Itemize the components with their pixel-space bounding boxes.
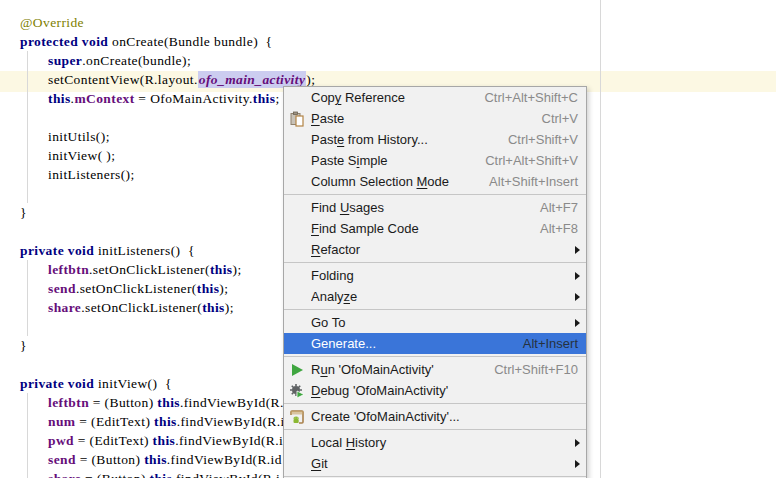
- menu-item-refactor[interactable]: Refactor: [284, 239, 586, 260]
- menu-item-label: Find Sample Code: [311, 221, 526, 236]
- code-token: initView( );: [48, 148, 115, 163]
- paste-icon: [289, 111, 305, 127]
- menu-item-label: Local History: [311, 435, 567, 450]
- code-token: this: [202, 300, 225, 315]
- menu-item-shortcut: Alt+F8: [540, 221, 580, 236]
- code-token: .setOnClickListener(: [76, 281, 197, 296]
- menu-item-label: Paste from History...: [311, 132, 494, 147]
- code-line[interactable]: initUtils();: [48, 127, 110, 146]
- code-token: this: [210, 262, 233, 277]
- menu-item-shortcut: Ctrl+Alt+Shift+V: [485, 153, 580, 168]
- menu-item-label: Column Selection Mode: [311, 174, 475, 189]
- submenu-arrow-icon: [575, 293, 580, 301]
- no-icon: [289, 268, 305, 284]
- menu-item-generate[interactable]: Generate...Alt+Insert: [284, 333, 586, 354]
- menu-item-shortcut: Ctrl+Shift+V: [508, 132, 580, 147]
- code-token: num: [48, 414, 75, 429]
- menu-item-paste-from-history[interactable]: Paste from History...Ctrl+Shift+V: [284, 129, 586, 150]
- code-token: super: [48, 53, 82, 68]
- menu-item-label: Copy Reference: [311, 90, 470, 105]
- code-token: );: [306, 72, 315, 87]
- code-line[interactable]: pwd = (EditText) this.findViewById(R.i: [48, 431, 283, 450]
- no-icon: [289, 90, 305, 106]
- code-token: .setOnClickListener(: [81, 300, 202, 315]
- code-token: initListeners() {: [94, 243, 195, 258]
- code-line[interactable]: send = (Button) this.findViewById(R.id: [48, 450, 282, 469]
- no-icon: [289, 132, 305, 148]
- submenu-arrow-icon: [575, 439, 580, 447]
- menu-separator: [284, 356, 586, 357]
- code-token: initListeners();: [48, 167, 135, 182]
- menu-separator: [284, 403, 586, 404]
- code-token: protected void: [20, 34, 108, 49]
- code-token: );: [233, 262, 242, 277]
- code-token: = (Button): [89, 395, 157, 410]
- code-token: leftbtn: [48, 395, 89, 410]
- menu-item-label: Paste: [311, 111, 528, 126]
- no-icon: [289, 289, 305, 305]
- code-line[interactable]: leftbtn.setOnClickListener(this);: [48, 260, 242, 279]
- code-line[interactable]: }: [20, 336, 27, 355]
- menu-item-shortcut: Alt+Insert: [523, 336, 580, 351]
- no-icon: [289, 315, 305, 331]
- submenu-arrow-icon: [575, 272, 580, 280]
- code-token: .onCreate(bundle);: [82, 53, 191, 68]
- code-line[interactable]: protected void onCreate(Bundle bundle) {: [20, 32, 272, 51]
- code-line[interactable]: initListeners();: [48, 165, 135, 184]
- menu-item-paste[interactable]: PasteCtrl+V: [284, 108, 586, 129]
- create-icon: [289, 409, 305, 425]
- menu-item-go-to[interactable]: Go To: [284, 312, 586, 333]
- code-line[interactable]: this.mContext = OfoMainActivity.this;: [48, 89, 280, 108]
- menu-item-label: Debug 'OfoMainActivity': [311, 383, 580, 398]
- menu-item-shortcut: Alt+Shift+Insert: [489, 174, 580, 189]
- no-icon: [289, 153, 305, 169]
- menu-item-column-selection-mode[interactable]: Column Selection ModeAlt+Shift+Insert: [284, 171, 586, 192]
- menu-item-git[interactable]: Git: [284, 453, 586, 474]
- code-line[interactable]: setContentView(R.layout.ofo_main_activit…: [48, 70, 315, 89]
- menu-item-analyze[interactable]: Analyze: [284, 286, 586, 307]
- code-line[interactable]: share.setOnClickListener(this);: [48, 298, 234, 317]
- no-icon: [289, 456, 305, 472]
- code-token: this: [153, 433, 176, 448]
- menu-item-paste-simple[interactable]: Paste SimpleCtrl+Alt+Shift+V: [284, 150, 586, 171]
- menu-item-find-usages[interactable]: Find UsagesAlt+F7: [284, 197, 586, 218]
- code-line[interactable]: send.setOnClickListener(this);: [48, 279, 228, 298]
- code-line[interactable]: private void initListeners() {: [20, 241, 195, 260]
- menu-item-create-ofomainactivity[interactable]: Create 'OfoMainActivity'...: [284, 406, 586, 427]
- code-token: mContext: [74, 91, 134, 106]
- code-line[interactable]: @Override: [20, 13, 84, 32]
- menu-item-copy-reference[interactable]: Copy ReferenceCtrl+Alt+Shift+C: [284, 87, 586, 108]
- code-token: share: [48, 471, 81, 478]
- code-token: private void: [20, 376, 94, 391]
- menu-item-shortcut: Ctrl+Alt+Shift+C: [484, 90, 580, 105]
- menu-item-local-history[interactable]: Local History: [284, 432, 586, 453]
- menu-item-debug-ofomainactivity[interactable]: Debug 'OfoMainActivity': [284, 380, 586, 401]
- menu-separator: [284, 476, 586, 477]
- code-line[interactable]: num = (EditText) this.findViewById(R.i: [48, 412, 285, 431]
- code-token: private void: [20, 243, 94, 258]
- run-icon: [289, 362, 305, 378]
- code-line[interactable]: share = (Button) this.findViewById(R.i: [48, 469, 280, 478]
- menu-item-find-sample-code[interactable]: Find Sample CodeAlt+F8: [284, 218, 586, 239]
- code-token: = (EditText): [74, 433, 153, 448]
- submenu-arrow-icon: [575, 246, 580, 254]
- menu-item-label: Paste Simple: [311, 153, 471, 168]
- code-token: = (Button): [76, 452, 144, 467]
- menu-separator: [284, 429, 586, 430]
- code-token: }: [20, 205, 27, 220]
- code-line[interactable]: super.onCreate(bundle);: [48, 51, 191, 70]
- code-token: .findViewById(R.i: [175, 433, 283, 448]
- code-line[interactable]: leftbtn = (Button) this.findViewById(R.: [48, 393, 284, 412]
- menu-item-label: Refactor: [311, 242, 567, 257]
- code-token: pwd: [48, 433, 74, 448]
- submenu-arrow-icon: [575, 319, 580, 327]
- code-line[interactable]: }: [20, 203, 27, 222]
- menu-item-folding[interactable]: Folding: [284, 265, 586, 286]
- code-line[interactable]: initView( );: [48, 146, 115, 165]
- code-token: .findViewById(R.: [180, 395, 284, 410]
- code-line[interactable]: private void initView() {: [20, 374, 172, 393]
- code-token: setContentView(R.layout.: [48, 72, 198, 87]
- code-token: this: [253, 91, 276, 106]
- menu-item-label: Folding: [311, 268, 567, 283]
- menu-item-run-ofomainactivity[interactable]: Run 'OfoMainActivity'Ctrl+Shift+F10: [284, 359, 586, 380]
